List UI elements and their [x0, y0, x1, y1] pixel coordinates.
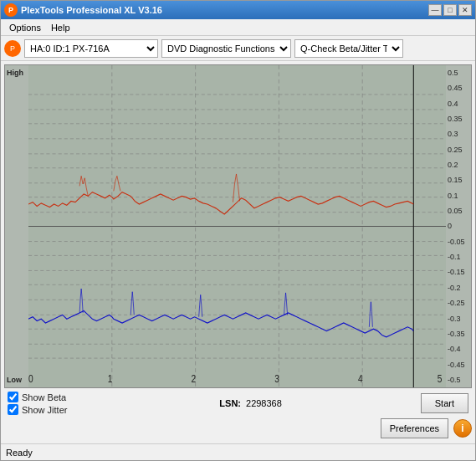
main-content: High Low	[1, 61, 475, 443]
y-label-20: -0.5	[448, 376, 469, 384]
y-label-8: 0.1	[448, 192, 469, 200]
y-low-label: Low	[7, 376, 27, 384]
y-axis-left: High Low	[5, 65, 28, 387]
start-button[interactable]: Start	[421, 393, 468, 413]
y-label-18: -0.4	[448, 345, 469, 353]
svg-text:3: 3	[274, 373, 279, 384]
y-label-9: 0.05	[448, 207, 469, 215]
y-label-0: 0.5	[448, 69, 469, 77]
device-icon: P	[4, 40, 21, 57]
svg-text:4: 4	[358, 373, 363, 384]
show-jitter-checkbox-item[interactable]: Show Jitter	[8, 404, 67, 415]
y-label-13: -0.15	[448, 268, 469, 276]
device-select[interactable]: HA:0 ID:1 PX-716A	[24, 39, 158, 58]
chart-drawing-area: 0 1 2 3 4 5	[28, 65, 446, 387]
title-bar-left: P PlexTools Professional XL V3.16	[4, 3, 162, 17]
maximize-button[interactable]: □	[443, 4, 457, 16]
y-label-11: -0.05	[448, 238, 469, 246]
toolbar: P HA:0 ID:1 PX-716A DVD Diagnostic Funct…	[1, 36, 475, 61]
test-select[interactable]: Q-Check Beta/Jitter Test	[294, 39, 403, 58]
lsn-value: 2298368	[246, 398, 282, 408]
controls-mid: LSN: 2298368	[219, 398, 282, 408]
menu-options[interactable]: Options	[4, 21, 46, 34]
y-label-4: 0.3	[448, 130, 469, 138]
show-beta-checkbox-item[interactable]: Show Beta	[8, 392, 67, 402]
menu-help[interactable]: Help	[46, 21, 75, 34]
title-bar: P PlexTools Professional XL V3.16 — □ ✕	[1, 1, 475, 19]
y-label-16: -0.3	[448, 315, 469, 323]
title-bar-controls: — □ ✕	[428, 4, 472, 16]
y-label-2: 0.4	[448, 100, 469, 108]
show-jitter-label: Show Jitter	[22, 405, 67, 415]
y-label-19: -0.45	[448, 361, 469, 369]
y-label-12: -0.1	[448, 253, 469, 261]
svg-text:1: 1	[108, 373, 113, 384]
menu-bar: Options Help	[1, 19, 475, 36]
main-window: P PlexTools Professional XL V3.16 — □ ✕ …	[0, 0, 476, 461]
y-label-1: 0.45	[448, 84, 469, 92]
show-jitter-checkbox[interactable]	[8, 404, 18, 415]
controls-right: Start	[421, 393, 468, 413]
app-icon: P	[4, 3, 18, 17]
svg-text:5: 5	[438, 373, 443, 384]
y-label-7: 0.15	[448, 176, 469, 184]
bottom-buttons-row: Preferences i	[4, 417, 472, 440]
chart-svg: 0 1 2 3 4 5	[28, 65, 446, 387]
preferences-button[interactable]: Preferences	[381, 418, 448, 438]
info-button[interactable]: i	[453, 419, 472, 438]
y-label-14: -0.2	[448, 284, 469, 292]
chart-container: High Low	[4, 64, 472, 388]
lsn-label: LSN:	[219, 398, 241, 408]
y-label-6: 0.2	[448, 161, 469, 169]
svg-text:2: 2	[192, 373, 197, 384]
y-label-17: -0.35	[448, 330, 469, 338]
svg-text:0: 0	[28, 373, 33, 384]
window-title: PlexTools Professional XL V3.16	[21, 5, 162, 15]
status-text: Ready	[6, 448, 33, 458]
close-button[interactable]: ✕	[458, 4, 472, 16]
controls-area: Show Beta Show Jitter LSN: 2298368 Start	[4, 388, 472, 417]
y-label-5: 0.25	[448, 146, 469, 154]
y-label-15: -0.25	[448, 299, 469, 307]
status-bar: Ready	[1, 443, 475, 460]
show-beta-checkbox[interactable]	[8, 392, 18, 402]
y-high-label: High	[7, 69, 27, 77]
y-label-3: 0.35	[448, 115, 469, 123]
show-beta-label: Show Beta	[22, 392, 66, 402]
function-select[interactable]: DVD Diagnostic Functions	[161, 39, 291, 58]
y-label-10: 0	[448, 222, 469, 230]
y-axis-right: 0.5 0.45 0.4 0.35 0.3 0.25 0.2 0.15 0.1 …	[446, 65, 471, 387]
minimize-button[interactable]: —	[428, 4, 442, 16]
controls-left: Show Beta Show Jitter	[8, 392, 67, 415]
